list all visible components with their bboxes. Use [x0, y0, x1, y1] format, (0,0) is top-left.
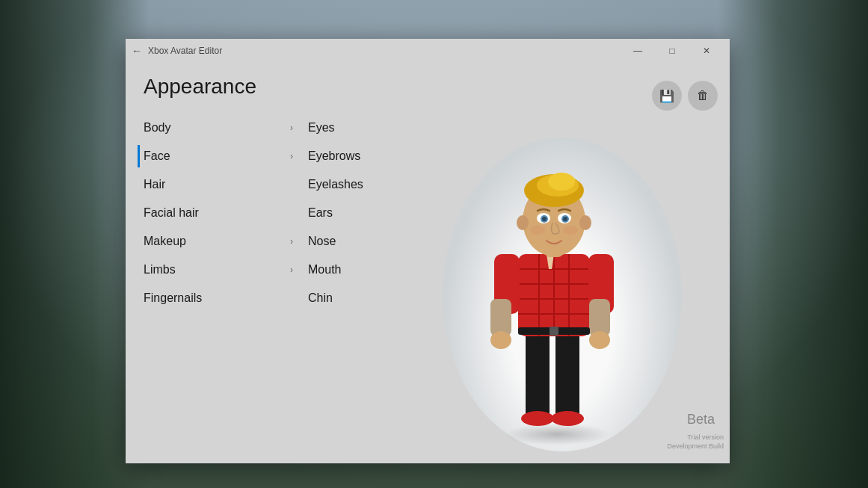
- face-subnav: Eyes Eyebrows Eyelashes Ears Nose Mouth: [293, 114, 413, 451]
- content-area: Appearance Body › Face › Hair Facial hai…: [126, 63, 730, 463]
- minimize-button[interactable]: —: [621, 39, 655, 63]
- subnav-eyelashes-label: Eyelashes: [308, 178, 363, 191]
- svg-rect-16: [589, 299, 610, 336]
- subnav-nose[interactable]: Nose: [308, 227, 413, 256]
- svg-point-18: [589, 331, 610, 349]
- trial-watermark: Trial version Development Build: [667, 433, 724, 451]
- page-title: Appearance: [144, 75, 712, 99]
- beta-label: Beta: [687, 412, 715, 427]
- subnav-mouth-label: Mouth: [308, 263, 341, 276]
- sidebar-item-limbs[interactable]: Limbs ›: [144, 256, 293, 284]
- svg-rect-35: [550, 327, 558, 336]
- subnav-chin-label: Chin: [308, 291, 333, 304]
- subnav-ears[interactable]: Ears: [308, 199, 413, 227]
- trial-line2: Development Build: [667, 442, 724, 451]
- subnav-eyes[interactable]: Eyes: [308, 114, 413, 142]
- subnav-nose-label: Nose: [308, 235, 336, 247]
- subnav-chin[interactable]: Chin: [308, 284, 413, 312]
- close-button[interactable]: ✕: [689, 39, 724, 63]
- svg-point-17: [490, 331, 511, 349]
- trial-line1: Trial version: [667, 433, 724, 442]
- svg-point-30: [517, 215, 529, 230]
- sidebar-item-facial-hair[interactable]: Facial hair: [144, 199, 293, 227]
- window-title: Xbox Avatar Editor: [148, 46, 621, 56]
- app-window: ← Xbox Avatar Editor — □ ✕ Appearance Bo…: [126, 39, 730, 463]
- subnav-ears-label: Ears: [308, 206, 333, 219]
- delete-button[interactable]: 🗑: [688, 81, 718, 111]
- chevron-right-icon: ›: [290, 151, 293, 161]
- chevron-right-icon: ›: [290, 236, 293, 247]
- sidebar-item-face[interactable]: Face ›: [144, 142, 293, 170]
- back-button[interactable]: ←: [132, 45, 142, 57]
- sidebar-item-hair[interactable]: Hair: [144, 170, 293, 199]
- svg-rect-1: [555, 329, 579, 418]
- svg-point-31: [579, 215, 591, 230]
- sidebar-item-body[interactable]: Body ›: [144, 114, 293, 142]
- maximize-button[interactable]: □: [655, 39, 689, 63]
- subnav-eyelashes[interactable]: Eyelashes: [308, 170, 413, 199]
- window-controls: — □ ✕: [621, 39, 724, 63]
- svg-point-29: [563, 217, 567, 221]
- svg-point-2: [521, 411, 554, 426]
- sidebar-item-makeup[interactable]: Makeup ›: [144, 227, 293, 256]
- svg-point-3: [551, 411, 584, 426]
- subnav-eyebrows-label: Eyebrows: [308, 149, 360, 162]
- left-nav: Body › Face › Hair Facial hair Makeup ›: [144, 114, 293, 451]
- svg-point-32: [530, 226, 545, 235]
- save-button[interactable]: 💾: [652, 81, 682, 111]
- avatar-figure: [472, 149, 636, 451]
- sidebar-item-body-label: Body: [144, 121, 290, 135]
- sidebar-item-limbs-label: Limbs: [144, 263, 290, 277]
- sidebar-item-face-label: Face: [144, 149, 290, 163]
- chevron-right-icon: ›: [290, 265, 293, 275]
- sidebar-item-fingernails-label: Fingernails: [144, 291, 293, 305]
- sidebar-item-fingernails[interactable]: Fingernails: [144, 284, 293, 312]
- subnav-eyes-label: Eyes: [308, 121, 335, 134]
- action-buttons: 💾 🗑: [652, 81, 718, 111]
- svg-point-28: [542, 217, 547, 221]
- subnav-eyebrows[interactable]: Eyebrows: [308, 142, 413, 170]
- chevron-right-icon: ›: [290, 123, 293, 133]
- sidebar-item-facial-hair-label: Facial hair: [144, 206, 293, 220]
- subnav-mouth[interactable]: Mouth: [308, 256, 413, 284]
- svg-point-23: [548, 173, 575, 191]
- svg-rect-14: [490, 299, 511, 336]
- sidebar-item-hair-label: Hair: [144, 178, 293, 191]
- sidebar-item-makeup-label: Makeup: [144, 235, 290, 248]
- svg-rect-0: [526, 329, 550, 418]
- title-bar: ← Xbox Avatar Editor — □ ✕: [126, 39, 730, 63]
- avatar-area: [413, 114, 712, 451]
- svg-point-33: [563, 226, 578, 235]
- main-layout: Body › Face › Hair Facial hair Makeup ›: [144, 114, 712, 451]
